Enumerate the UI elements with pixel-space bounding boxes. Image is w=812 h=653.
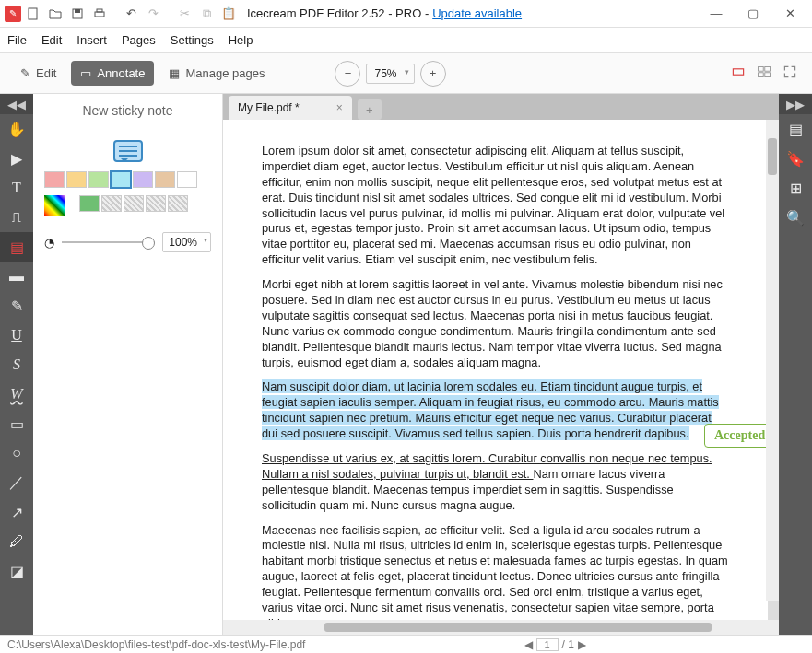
document-tab[interactable]: My File.pdf * × (229, 96, 352, 120)
rect-tool-icon[interactable]: ▭ (0, 409, 33, 438)
open-folder-icon[interactable] (45, 4, 65, 24)
swatch-empty-1[interactable] (101, 195, 122, 212)
brush-tool-icon[interactable]: 🖊 (0, 527, 33, 556)
svg-rect-6 (759, 66, 764, 71)
accepted-stamp[interactable]: Accepted (704, 424, 768, 448)
collapse-right-icon[interactable]: ▶▶ (779, 94, 812, 114)
undo-icon[interactable]: ↶ (121, 4, 141, 24)
svg-rect-5 (733, 68, 743, 74)
stamp-tool-icon[interactable]: ⎍ (0, 203, 33, 232)
document-page[interactable]: Lorem ipsum dolor sit amet, consectetur … (223, 120, 768, 620)
note-preview (33, 127, 222, 171)
arrow-tool-icon[interactable]: ↗ (0, 497, 33, 527)
fullscreen-icon[interactable] (783, 64, 801, 83)
zoom-out-button[interactable]: − (335, 61, 360, 87)
select-tool-icon[interactable]: ▶ (0, 144, 33, 173)
line-tool-icon[interactable]: ／ (0, 468, 33, 497)
bookmarks-icon[interactable]: 🔖 (779, 144, 812, 173)
opacity-value[interactable]: 100% (162, 232, 211, 252)
redo-icon[interactable]: ↷ (143, 4, 163, 24)
swatch-cyan[interactable] (111, 171, 131, 188)
svg-rect-2 (75, 9, 80, 13)
swatch-white[interactable] (177, 171, 197, 188)
new-file-icon[interactable] (23, 4, 43, 24)
menu-settings[interactable]: Settings (171, 33, 214, 47)
close-button[interactable]: ✕ (771, 1, 808, 27)
menu-bar: File Edit Insert Pages Settings Help (0, 28, 812, 53)
manage-pages-button[interactable]: ▦ Manage pages (159, 61, 274, 86)
zoom-in-button[interactable]: + (420, 61, 446, 87)
horizontal-scrollbar[interactable] (223, 620, 779, 635)
hand-tool-icon[interactable]: ✋ (0, 114, 33, 144)
doc-paragraph: Suspendisse ut varius ex, at sagittis lo… (262, 451, 729, 514)
print-icon[interactable] (89, 4, 110, 24)
swatch-green[interactable] (88, 171, 109, 188)
highlight-tool-icon[interactable]: ▬ (0, 262, 33, 291)
tab-strip: My File.pdf * × + (223, 94, 779, 120)
underline-tool-icon[interactable]: U (0, 321, 33, 350)
menu-edit[interactable]: Edit (41, 33, 62, 47)
swatch-custom-green[interactable] (79, 195, 100, 212)
eraser-tool-icon[interactable]: ◪ (0, 556, 33, 586)
swatch-pink[interactable] (44, 171, 65, 188)
page-width-icon[interactable] (731, 64, 749, 83)
strikeout-tool-icon[interactable]: S (0, 350, 33, 379)
swatch-tan[interactable] (155, 171, 175, 188)
color-picker-icon[interactable] (44, 195, 65, 216)
circle-tool-icon[interactable]: ○ (0, 438, 33, 468)
swatch-empty-4[interactable] (168, 195, 188, 212)
menu-help[interactable]: Help (229, 33, 253, 47)
svg-rect-3 (95, 12, 104, 17)
swatch-empty-3[interactable] (146, 195, 166, 212)
swatch-empty-2[interactable] (124, 195, 144, 212)
prev-page-icon[interactable]: ◀ (524, 638, 533, 651)
save-icon[interactable] (67, 4, 88, 24)
svg-rect-7 (765, 66, 771, 71)
new-tab-button[interactable]: + (358, 99, 382, 120)
left-tool-rail: ◀◀ ✋ ▶ T ⎍ ▤ ▬ ✎ U S W ▭ ○ ／ ↗ 🖊 ◪ (0, 94, 33, 635)
thumbnails-icon[interactable]: ▤ (779, 114, 812, 144)
tab-close-icon[interactable]: × (336, 101, 343, 114)
page-number-input[interactable]: 1 (536, 638, 559, 651)
text-tool-icon[interactable]: T (0, 173, 33, 203)
svg-rect-8 (759, 72, 764, 76)
page-fit-icon[interactable] (757, 64, 775, 83)
opacity-slider[interactable] (62, 241, 155, 243)
menu-file[interactable]: File (7, 33, 27, 47)
cut-icon[interactable]: ✂ (174, 4, 194, 24)
window-title: Icecream PDF Editor 2.52 - PRO - Update … (247, 6, 522, 20)
search-icon[interactable]: 🔍 (779, 203, 812, 232)
menu-insert[interactable]: Insert (76, 33, 107, 47)
tab-label: My File.pdf * (238, 101, 300, 114)
doc-paragraph: Lorem ipsum dolor sit amet, consectetur … (262, 144, 729, 268)
collapse-left-icon[interactable]: ◀◀ (0, 94, 33, 114)
edit-mode-button[interactable]: ✎ Edit (11, 61, 65, 86)
opacity-icon: ◔ (44, 236, 54, 250)
menu-pages[interactable]: Pages (122, 33, 156, 47)
copy-icon[interactable]: ⧉ (196, 4, 217, 24)
tool-options-panel: New sticky note ◔ 100% (33, 94, 223, 635)
file-path: C:\Users\Alexa\Desktop\files-test\pdf-do… (7, 638, 305, 651)
vertical-scrollbar[interactable] (766, 120, 779, 601)
maximize-button[interactable]: ▢ (735, 1, 771, 27)
note-tool-icon[interactable]: ▤ (0, 232, 33, 262)
attachments-icon[interactable]: ⊞ (779, 173, 812, 203)
swatch-purple[interactable] (133, 171, 153, 188)
annotate-mode-button[interactable]: ▭ Annotate (71, 61, 154, 86)
color-swatches (33, 171, 222, 188)
opacity-control: ◔ 100% (33, 216, 222, 269)
pencil-tool-icon[interactable]: ✎ (0, 291, 33, 321)
swatch-yellow[interactable] (66, 171, 87, 188)
status-bar: C:\Users\Alexa\Desktop\files-test\pdf-do… (0, 635, 812, 653)
minimize-button[interactable]: — (698, 1, 735, 27)
update-link[interactable]: Update available (432, 6, 522, 20)
paste-icon[interactable]: 📋 (218, 4, 239, 24)
next-page-icon[interactable]: ▶ (578, 638, 586, 651)
zoom-value[interactable]: 75% (366, 64, 414, 84)
main-toolbar: ✎ Edit ▭ Annotate ▦ Manage pages − 75% + (0, 53, 812, 94)
annotate-label: Annotate (97, 66, 145, 80)
squiggly-tool-icon[interactable]: W (0, 379, 33, 409)
app-logo-icon: ✎ (5, 6, 21, 22)
panel-title: New sticky note (33, 94, 222, 127)
sticky-note-icon (113, 140, 143, 162)
